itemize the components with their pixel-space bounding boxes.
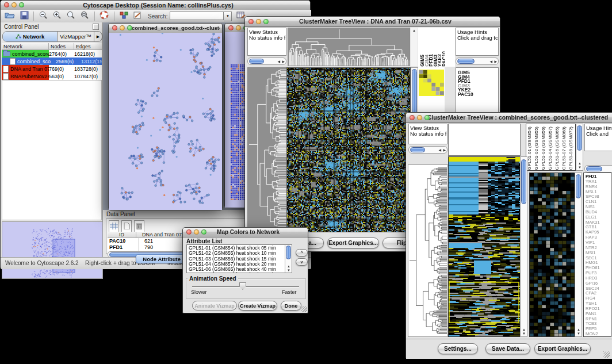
resize-grip[interactable] xyxy=(603,351,610,358)
treeview2-titlebar[interactable]: ClusterMaker TreeView : combined_scores_… xyxy=(406,113,612,123)
tv1-dendro-scroll-strip[interactable]: ▲ xyxy=(411,28,418,66)
zoom-fit-icon[interactable] xyxy=(66,10,76,22)
delete-attribute-trash-icon[interactable] xyxy=(134,220,144,233)
resize-grip[interactable] xyxy=(301,306,307,312)
tv1-correlation-mini-heatmap[interactable] xyxy=(419,70,444,96)
tv1-gene-label[interactable]: PAC10 xyxy=(458,93,498,97)
close-button[interactable] xyxy=(248,19,254,24)
new-attribute-icon[interactable] xyxy=(121,220,132,233)
tv2-gene-label[interactable]: MON2 xyxy=(584,332,611,337)
help-lifesaver-icon[interactable] xyxy=(100,10,109,22)
tv2-zoom-vscrollbar[interactable]: ▲ ▼ xyxy=(575,173,582,337)
tv2-row-dendrogram[interactable] xyxy=(408,164,448,337)
tab-overflow-button[interactable]: ▶ xyxy=(94,32,102,41)
create-vizmap-button[interactable]: Create Vizmap xyxy=(238,301,277,311)
tab-vizmapper[interactable]: VizMapper™ xyxy=(58,32,94,41)
scroll-up-arrow-icon[interactable]: ▲ xyxy=(522,328,526,331)
attribute-list-vscrollbar[interactable]: ▲ ▼ xyxy=(285,245,292,273)
col-id[interactable]: ID xyxy=(108,232,136,238)
search-input[interactable] xyxy=(170,12,224,20)
zoom-window-button[interactable] xyxy=(424,115,430,120)
close-button[interactable] xyxy=(112,25,117,30)
tv2-zoomed-heatmap[interactable] xyxy=(529,173,575,337)
scroll-up-arrow-icon[interactable]: ▲ xyxy=(578,162,582,165)
minimize-button[interactable] xyxy=(12,2,17,7)
zoom-out-icon[interactable] xyxy=(39,10,48,22)
tv2-heatmap-vscrollbar[interactable]: ▲ ▼ xyxy=(520,156,527,337)
scroll-up-arrow-icon[interactable]: ▲ xyxy=(412,29,416,32)
tv1-usage-hscrollbar[interactable]: ◀ ▶ xyxy=(456,58,499,65)
scroll-down-arrow-icon[interactable]: ▼ xyxy=(578,166,582,169)
col-edges[interactable]: Edges xyxy=(74,43,102,50)
tv2-column-label[interactable]: GPL51-04 (GSM857) xyxy=(548,127,554,170)
minimize-button[interactable] xyxy=(194,229,199,235)
save-session-button[interactable] xyxy=(20,11,29,22)
minimize-button[interactable] xyxy=(417,115,422,120)
treeview1-titlebar[interactable]: ClusterMaker TreeView : DNA and Tran 07-… xyxy=(245,17,500,27)
search-dropdown-button[interactable]: ▼ xyxy=(224,12,232,21)
minimize-button[interactable] xyxy=(120,25,125,30)
tv2-column-label[interactable]: GPL51-06 (GSM865) xyxy=(554,127,561,170)
tv2-global-heatmap[interactable] xyxy=(448,156,521,337)
scroll-left-arrow-icon[interactable]: ◀ xyxy=(489,60,492,63)
tv1-column-label[interactable]: GIM4 xyxy=(424,55,429,67)
open-session-button[interactable] xyxy=(5,11,15,22)
tv2-view-status-hscrollbar[interactable]: ◀ ▶ xyxy=(408,146,447,154)
dialog-titlebar[interactable]: Map Colors to Network xyxy=(183,228,308,237)
scroll-up-arrow-icon[interactable]: ▲ xyxy=(287,265,290,268)
network-row-rnapuber[interactable]: RNAPuberNov2+ 563(0) 107847(0) xyxy=(2,72,102,80)
col-nodes[interactable]: Nodes xyxy=(49,43,74,50)
col-network[interactable]: Network xyxy=(2,43,49,50)
scroll-right-arrow-icon[interactable]: ▶ xyxy=(443,148,446,152)
scroll-right-arrow-icon[interactable]: ▶ xyxy=(282,60,285,63)
tv2-column-label[interactable]: GPL51-08 (GSM872) xyxy=(568,127,575,170)
scroll-left-arrow-icon[interactable]: ◀ xyxy=(438,148,441,152)
scroll-down-arrow-icon[interactable]: ▼ xyxy=(577,332,580,335)
network-row-selected[interactable]: combined_sco 2569(6) 13112(15) xyxy=(2,58,102,65)
tv1-column-dendrogram[interactable] xyxy=(288,28,410,66)
move-attribute-up-button[interactable]: ^ xyxy=(296,249,308,256)
scroll-down-arrow-icon[interactable]: ▼ xyxy=(522,332,526,335)
annotation-icon[interactable] xyxy=(133,11,142,22)
tv2-column-label[interactable]: GPL51-07 (GSM868) xyxy=(561,127,568,170)
minimize-button[interactable] xyxy=(256,19,261,24)
tv2-labels-vscrollbar[interactable]: ▲ ▼ xyxy=(576,124,583,171)
tv1-column-label[interactable]: PFD1 xyxy=(428,54,433,67)
close-button[interactable] xyxy=(186,229,192,235)
scroll-left-arrow-icon[interactable]: ◀ xyxy=(277,60,280,63)
network-window-titlebar[interactable]: combined_scores_good.txt--cluste... xyxy=(109,24,222,33)
done-button[interactable]: Done xyxy=(281,301,301,311)
tv1-export-graphics-button[interactable]: Export Graphics... xyxy=(327,237,379,248)
animate-vizmap-button[interactable]: Animate Vizmap xyxy=(192,301,237,311)
zoom-window-button[interactable] xyxy=(19,2,24,7)
tv1-row-dendrogram[interactable] xyxy=(247,67,287,232)
tv2-settings-button[interactable]: Settings... xyxy=(438,343,478,354)
minimize-button[interactable] xyxy=(236,25,241,30)
scroll-down-arrow-icon[interactable]: ▼ xyxy=(287,269,290,272)
tv2-column-dendrogram-area[interactable] xyxy=(448,124,521,156)
close-button[interactable] xyxy=(4,2,9,7)
vizmapper-icon[interactable] xyxy=(120,11,129,22)
float-panel-icon[interactable] xyxy=(93,24,99,30)
tv2-save-data-button[interactable]: Save Data... xyxy=(485,343,530,354)
tv2-usage-hscrollbar[interactable] xyxy=(584,165,612,173)
tv1-column-label[interactable]: YKE2 xyxy=(437,54,441,67)
zoom-window-button[interactable] xyxy=(127,25,132,30)
network-row-dna-tran[interactable]: DNA and Tran 07 769(0) 183728(0) xyxy=(2,65,102,72)
tv1-view-status-hscrollbar[interactable]: ◀ ▶ xyxy=(247,58,286,65)
tv1-column-label[interactable]: GIM5 xyxy=(419,55,424,67)
tv2-export-graphics-button[interactable]: Export Graphics... xyxy=(534,343,591,354)
close-button[interactable] xyxy=(228,25,234,30)
zoom-window-button[interactable] xyxy=(201,229,206,235)
scroll-right-arrow-icon[interactable]: ▶ xyxy=(494,60,497,63)
close-button[interactable] xyxy=(410,115,415,120)
attribute-item[interactable]: GPL51-07 (GSM868) heat shock 60 min xyxy=(187,272,284,273)
tv1-heatmap[interactable] xyxy=(286,67,411,232)
tv2-column-label[interactable]: GPL51-01 (GSM854) xyxy=(527,127,534,170)
birds-eye-view[interactable] xyxy=(2,221,103,279)
move-attribute-down-button[interactable]: v xyxy=(296,258,308,266)
zoom-in-icon[interactable] xyxy=(52,10,62,22)
tv2-column-label[interactable]: GPL51-03 (GSM856) xyxy=(541,127,548,170)
tab-network[interactable]: Network xyxy=(3,32,58,41)
attribute-select-icon[interactable] xyxy=(109,220,119,233)
